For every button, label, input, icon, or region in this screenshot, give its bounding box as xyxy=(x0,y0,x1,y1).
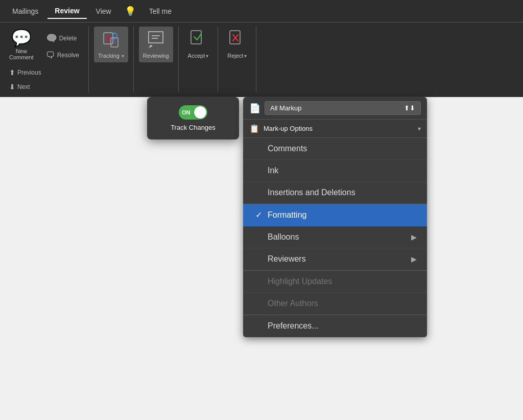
tracking-icon xyxy=(103,30,119,51)
comment-group: 💬 NewComment 🗨️ Delete 🗨 Resolve xyxy=(0,27,89,92)
tab-mailings[interactable]: Mailings xyxy=(5,4,45,18)
reject-label: Reject xyxy=(227,53,243,59)
highlight-updates-label: Highlight Updates xyxy=(268,277,332,286)
delete-button[interactable]: 🗨️ Delete xyxy=(42,31,83,46)
other-authors-label: Other Authors xyxy=(268,299,318,308)
reject-dropdown-icon: ▾ xyxy=(244,53,247,59)
next-button[interactable]: ⬇ Next xyxy=(5,81,45,93)
menu-item-formatting[interactable]: ✓ Formatting xyxy=(243,204,427,226)
previous-label: Previous xyxy=(17,69,41,76)
balloons-label: Balloons xyxy=(268,232,299,242)
svg-rect-7 xyxy=(191,31,201,44)
track-changes-label: Track Changes xyxy=(171,124,216,131)
menu-item-insertions-deletions[interactable]: Insertions and Deletions xyxy=(243,182,427,204)
menu-item-other-authors: Other Authors xyxy=(243,293,427,315)
reviewing-button[interactable]: Reviewing xyxy=(139,27,173,62)
toggle-on-label: ON xyxy=(182,109,191,115)
reject-button[interactable]: Reject ▾ xyxy=(223,27,251,62)
balloons-submenu-icon: ▶ xyxy=(411,233,417,241)
reviewing-label: Reviewing xyxy=(143,53,169,59)
markup-options-arrow-icon: ▾ xyxy=(418,125,421,132)
all-markup-arrows-icon: ⬆⬇ xyxy=(404,104,415,112)
new-comment-label: NewComment xyxy=(9,48,34,60)
accept-icon xyxy=(190,30,206,51)
reviewing-icon xyxy=(147,30,165,51)
previous-arrow-icon: ⬆ xyxy=(9,68,15,77)
formatting-check-icon: ✓ xyxy=(253,210,264,220)
reject-icon xyxy=(229,30,245,51)
tab-view[interactable]: View xyxy=(89,4,118,18)
formatting-label: Formatting xyxy=(268,211,306,220)
markup-select-row: 📄 All Markup ⬆⬇ xyxy=(243,97,427,120)
all-markup-label: All Markup xyxy=(270,104,301,112)
accept-group: Accept ▾ xyxy=(179,27,219,92)
dropdown-menu: Comments Ink Insertions and Deletions ✓ … xyxy=(243,138,427,337)
delete-icon: 🗨️ xyxy=(46,33,57,44)
resolve-icon: 🗨 xyxy=(46,50,55,61)
accept-button[interactable]: Accept ▾ xyxy=(184,27,213,62)
tracking-label: Tracking xyxy=(98,53,120,59)
menu-item-ink[interactable]: Ink xyxy=(243,160,427,182)
svg-rect-4 xyxy=(111,38,118,47)
track-changes-toggle[interactable]: ON xyxy=(179,105,207,120)
tracking-button[interactable]: Tracking ▾ xyxy=(94,27,128,62)
tell-me-input[interactable]: Tell me xyxy=(142,4,179,18)
lightbulb-icon: 💡 xyxy=(121,3,140,20)
tab-review[interactable]: Review xyxy=(47,4,86,19)
resolve-button[interactable]: 🗨 Resolve xyxy=(42,48,83,63)
ink-label: Ink xyxy=(268,166,278,175)
all-markup-select[interactable]: All Markup ⬆⬇ xyxy=(265,101,421,115)
reject-group: Reject ▾ xyxy=(218,27,256,92)
new-comment-button[interactable]: 💬 NewComment xyxy=(5,27,38,63)
ribbon: Mailings Review View 💡 Tell me 💬 NewComm… xyxy=(0,0,523,97)
previous-button[interactable]: ⬆ Previous xyxy=(5,66,45,79)
menu-item-comments[interactable]: Comments xyxy=(243,138,427,160)
menu-item-highlight-updates: Highlight Updates xyxy=(243,271,427,293)
next-arrow-icon: ⬇ xyxy=(9,83,15,91)
markup-options-row[interactable]: 📋 Mark-up Options ▾ xyxy=(243,120,427,138)
menu-item-reviewers[interactable]: Reviewers ▶ xyxy=(243,248,427,270)
resolve-label: Resolve xyxy=(57,52,79,59)
menu-item-preferences[interactable]: Preferences... xyxy=(243,315,427,337)
accept-label: Accept xyxy=(188,53,205,59)
tracking-group: Tracking ▾ xyxy=(89,27,134,92)
new-comment-icon: 💬 xyxy=(11,30,32,46)
tab-bar: Mailings Review View 💡 Tell me xyxy=(0,0,523,22)
insertions-deletions-label: Insertions and Deletions xyxy=(268,188,355,197)
ribbon-content: 💬 NewComment 🗨️ Delete 🗨 Resolve xyxy=(0,22,523,97)
toggle-container: ON xyxy=(179,105,207,120)
markup-options-label: Mark-up Options xyxy=(264,125,414,132)
reviewers-submenu-icon: ▶ xyxy=(411,255,417,263)
reviewers-label: Reviewers xyxy=(268,254,306,264)
toggle-knob xyxy=(194,106,206,119)
tracking-dropdown-icon: ▾ xyxy=(122,53,124,59)
track-changes-popup: ON Track Changes xyxy=(147,97,239,139)
menu-item-balloons[interactable]: Balloons ▶ xyxy=(243,226,427,248)
preferences-label: Preferences... xyxy=(268,321,319,331)
reviewing-group: Reviewing xyxy=(134,27,179,92)
markup-panel: 📄 All Markup ⬆⬇ 📋 Mark-up Options ▾ Comm… xyxy=(243,97,427,337)
comments-label: Comments xyxy=(268,144,307,153)
markup-select-icon: 📄 xyxy=(249,103,260,114)
markup-options-icon: 📋 xyxy=(249,124,259,133)
accept-dropdown-icon: ▾ xyxy=(206,53,208,59)
next-label: Next xyxy=(17,83,30,90)
delete-label: Delete xyxy=(59,35,77,42)
svg-rect-0 xyxy=(104,33,113,44)
